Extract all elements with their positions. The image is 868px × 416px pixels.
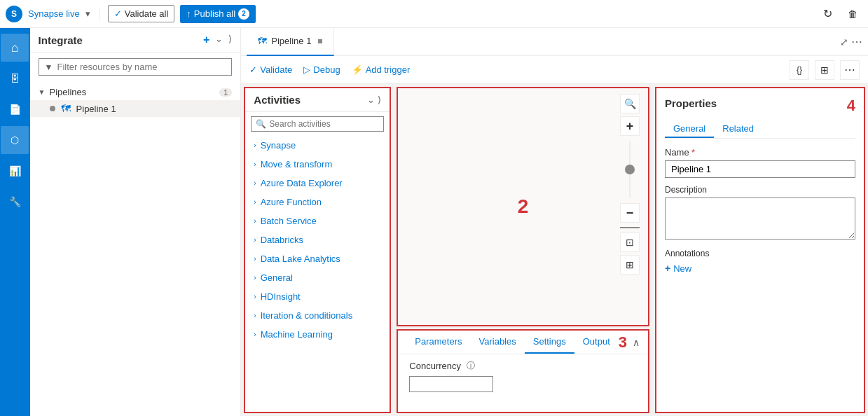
manage-nav-icon[interactable]: 🔧 — [1, 188, 29, 216]
name-input[interactable] — [665, 160, 855, 178]
tab-parameters[interactable]: Parameters — [406, 331, 470, 354]
integrate-nav-icon[interactable]: ⬡ — [1, 126, 29, 154]
annotations-section: Annotations + New — [665, 249, 855, 274]
prop-tab-related-label: Related — [722, 123, 754, 134]
pipeline-tab[interactable]: 🗺 Pipeline 1 — [247, 28, 334, 56]
chevron-right-icon: › — [254, 331, 256, 338]
integrate-title: Integrate — [39, 34, 83, 46]
expand-icon[interactable]: ⤢ — [840, 36, 848, 48]
canvas-fit-button[interactable]: ⊡ — [620, 233, 640, 252]
pipelines-label: Pipelines — [49, 87, 86, 97]
chevron-right-icon: › — [254, 255, 256, 263]
concurrency-input[interactable] — [409, 376, 493, 392]
data-nav-icon[interactable]: 🗄 — [1, 64, 29, 92]
activity-machine-learning[interactable]: › Machine Learning — [245, 325, 390, 344]
pipeline-item[interactable]: 🗺 Pipeline 1 — [30, 100, 241, 117]
more-tab-icon[interactable]: ⋯ — [851, 35, 862, 48]
prop-tab-general[interactable]: General — [665, 120, 714, 138]
add-icon[interactable]: + — [203, 34, 209, 46]
plus-icon: + — [665, 263, 670, 274]
activity-label: Iteration & conditionals — [261, 310, 353, 321]
main-layout: ⌂ 🗄 📄 ⬡ 📊 🔧 Integrate + ⌄ ⟩ ▼ ▼ Pipeline… — [0, 28, 868, 416]
name-field-label: Name * — [665, 147, 855, 158]
canvas-minus-button[interactable]: − — [620, 203, 640, 223]
left-panel-header: Integrate + ⌄ ⟩ — [30, 28, 241, 53]
debug-button[interactable]: ▷ Debug — [303, 62, 340, 78]
activities-search-input[interactable] — [269, 119, 379, 129]
publish-all-button[interactable]: ↑ Publish all 2 — [180, 5, 256, 23]
activity-move-transform[interactable]: › Move & transform — [245, 155, 390, 174]
activity-synapse[interactable]: › Synapse — [245, 136, 390, 155]
pipelines-count: 1 — [219, 88, 232, 97]
activities-collapse-icon[interactable]: ⌄ — [367, 95, 375, 105]
activity-label: Batch Service — [261, 216, 317, 226]
properties-title: Properties — [665, 97, 717, 109]
activity-list: › Synapse › Move & transform › Azure Dat… — [245, 136, 390, 412]
validate-button[interactable]: ✓ Validate — [249, 62, 292, 78]
divider — [99, 7, 99, 21]
chevron-right-icon: › — [254, 179, 256, 187]
description-textarea[interactable] — [665, 197, 855, 240]
bottom-tabs-left: Parameters Variables Settings Output — [406, 331, 618, 354]
collapse-bottom-panel-button[interactable]: ∧ — [633, 337, 640, 348]
close-panel-icon[interactable]: ⟩ — [228, 34, 232, 46]
zoom-slider[interactable] — [629, 141, 631, 197]
chevron-right-icon: › — [254, 236, 256, 244]
activity-data-lake-analytics[interactable]: › Data Lake Analytics — [245, 249, 390, 268]
canvas-search-button[interactable]: 🔍 — [620, 94, 640, 113]
activity-databricks[interactable]: › Databricks — [245, 230, 390, 249]
properties-panel-header: Properties 4 — [665, 97, 855, 115]
properties-name-field: Name * — [665, 147, 855, 185]
pipelines-header[interactable]: ▼ Pipelines 1 — [30, 84, 241, 100]
canvas-area[interactable]: 2 🔍 + − ⊡ ⊞ — [397, 87, 649, 326]
activity-azure-data-explorer[interactable]: › Azure Data Explorer — [245, 174, 390, 193]
monitor-nav-icon[interactable]: 📊 — [1, 157, 29, 185]
canvas-plus-button[interactable]: + — [620, 116, 640, 136]
label-2: 2 — [518, 195, 529, 218]
properties-tabs: General Related — [665, 120, 855, 139]
refresh-button[interactable]: ↻ — [818, 4, 837, 24]
tab-output[interactable]: Output — [574, 331, 619, 354]
develop-nav-icon[interactable]: 📄 — [1, 95, 29, 123]
debug-label: Debug — [313, 64, 340, 75]
tab-variables[interactable]: Variables — [471, 331, 525, 354]
activity-azure-function[interactable]: › Azure Function — [245, 193, 390, 212]
activities-search-box[interactable]: 🔍 — [251, 116, 384, 132]
info-icon[interactable]: ⓘ — [467, 360, 475, 372]
prop-tab-related[interactable]: Related — [714, 120, 762, 138]
chevron-right-icon: › — [254, 293, 256, 300]
activity-hdinsight[interactable]: › HDInsight — [245, 287, 390, 306]
checkmark-icon: ✓ — [114, 8, 122, 19]
activity-general[interactable]: › General — [245, 268, 390, 287]
tab-settings[interactable]: Settings — [525, 331, 574, 354]
code-view-button[interactable]: {} — [790, 60, 809, 80]
label-3: 3 — [619, 333, 627, 352]
home-nav-icon[interactable]: ⌂ — [1, 34, 29, 62]
filter-input[interactable] — [57, 62, 226, 72]
pipeline-name: Pipeline 1 — [76, 104, 116, 114]
new-annotation-button[interactable]: + New — [665, 263, 691, 274]
table-view-button[interactable]: ⊞ — [815, 60, 834, 80]
collapse-icon[interactable]: ⌄ — [215, 34, 223, 46]
discard-button[interactable]: 🗑 — [843, 4, 862, 24]
more-toolbar-button[interactable]: ⋯ — [840, 60, 860, 80]
lightning-icon: ⚡ — [352, 64, 363, 75]
toolbar-right: {} ⊞ ⋯ — [790, 60, 860, 80]
bottom-tabs: Parameters Variables Settings Output — [398, 331, 648, 354]
toolbar: ✓ Validate ▷ Debug ⚡ Add trigger {} ⊞ ⋯ — [241, 56, 868, 84]
chevron-down-icon[interactable]: ▾ — [85, 8, 90, 19]
activity-batch-service[interactable]: › Batch Service — [245, 212, 390, 230]
activities-panel: Activities ⌄ ⟩ 🔍 › Synapse — [244, 87, 391, 413]
filter-search-box[interactable]: ▼ — [39, 58, 233, 76]
properties-panel: Properties 4 General Related Name * — [655, 87, 865, 413]
activities-close-icon[interactable]: ⟩ — [378, 95, 381, 105]
activity-iteration-conditionals[interactable]: › Iteration & conditionals — [245, 306, 390, 325]
canvas-grid-button[interactable]: ⊞ — [620, 255, 640, 275]
tab-bar: 🗺 Pipeline 1 ⤢ ⋯ — [241, 28, 868, 56]
add-trigger-button[interactable]: ⚡ Add trigger — [352, 62, 411, 78]
activities-panel-header: Activities ⌄ ⟩ — [245, 88, 390, 112]
validate-all-button[interactable]: ✓ Validate all — [108, 5, 175, 22]
content-area: 🗺 Pipeline 1 ⤢ ⋯ ✓ Validate ▷ Debug ⚡ Ad… — [241, 28, 868, 416]
left-panel-actions: + ⌄ ⟩ — [203, 34, 232, 46]
canvas-right-tools: 🔍 + − ⊡ ⊞ — [620, 94, 640, 275]
